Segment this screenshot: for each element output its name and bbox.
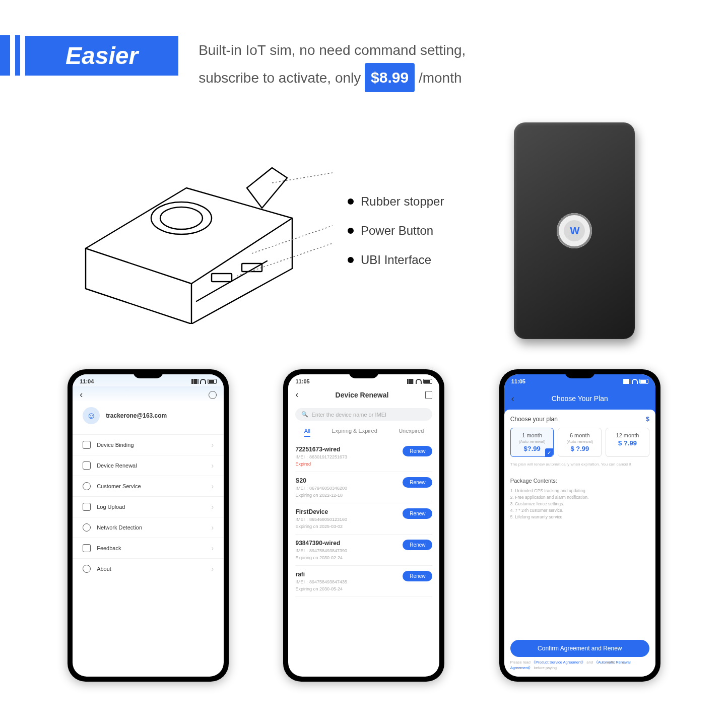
screen-header: ‹ Device Renewal	[288, 386, 439, 405]
phone-notch	[133, 369, 163, 378]
currency-toggle[interactable]: $	[646, 416, 649, 423]
menu-log-upload[interactable]: Log Upload›	[73, 496, 224, 517]
diagram-section: Rubber stopper Power Button UBI Interfac…	[0, 107, 728, 349]
plan-option-6month[interactable]: 6 month (Auto-renewal) $ ?.99	[558, 428, 602, 457]
callout-list: Rubber stopper Power Button UBI Interfac…	[348, 179, 479, 282]
menu-about[interactable]: About›	[73, 558, 224, 579]
accent-stripe	[15, 35, 20, 76]
package-item: 5. Lifelong warranty service.	[510, 514, 649, 519]
menu-network-detection[interactable]: Network Detection›	[73, 517, 224, 538]
price-badge: $8.99	[365, 63, 415, 92]
gear-icon[interactable]	[209, 391, 217, 399]
chevron-right-icon: ›	[211, 523, 214, 532]
renewal-note: The plan will renew automatically when e…	[510, 462, 649, 467]
svg-line-6	[237, 243, 333, 276]
avatar-icon: ☺	[83, 407, 100, 424]
agreement-text: Please read 《Product Service Agreement》 …	[510, 660, 649, 671]
search-icon: 🔍	[301, 411, 308, 418]
back-icon[interactable]: ‹	[511, 393, 514, 404]
service-agreement-link[interactable]: 《Product Service Agreement》	[532, 660, 585, 665]
info-icon	[83, 565, 91, 573]
signal-icon	[191, 379, 198, 384]
device-row: rafiIMEI：894758493847435Expiring on 2030…	[295, 566, 432, 597]
plan-option-12month[interactable]: 12 month $ ?.99	[606, 428, 649, 457]
status-time: 11:05	[511, 378, 525, 384]
wifi-icon	[416, 379, 422, 384]
svg-rect-3	[242, 263, 262, 272]
chevron-right-icon: ›	[211, 441, 214, 449]
renew-button[interactable]: Renew	[403, 477, 432, 488]
device-schematic	[71, 138, 333, 324]
chevron-right-icon: ›	[211, 503, 214, 511]
package-title: Package Contents:	[510, 478, 649, 484]
profile-email: trackerone@163.com	[106, 412, 167, 419]
device-status: Expired	[295, 461, 432, 467]
screen-title: Choose Your Plan	[552, 394, 608, 403]
package-list: 1. Unlimited GPS tracking and updating.2…	[510, 487, 649, 521]
plan-option-1month[interactable]: 1 month (Auto-renewal) $?.99	[510, 428, 554, 457]
device-list: 72251673-wiredIMEI：863019172251673Expire…	[288, 441, 439, 677]
accent-stripe	[0, 35, 10, 76]
battery-icon	[208, 379, 217, 384]
menu-device-renewal[interactable]: Device Renewal›	[73, 455, 224, 476]
calendar-icon	[83, 461, 91, 470]
network-icon	[83, 523, 91, 532]
chevron-right-icon: ›	[211, 565, 214, 573]
package-item: 2. Free application and alarm notificati…	[510, 495, 649, 500]
back-icon[interactable]: ‹	[295, 389, 298, 400]
renew-button[interactable]: Renew	[403, 571, 432, 581]
back-icon[interactable]: ‹	[80, 389, 83, 400]
menu-customer-service[interactable]: Customer Service›	[73, 476, 224, 496]
plan-card: Choose your plan $ 1 month (Auto-renewal…	[504, 410, 655, 677]
chevron-right-icon: ›	[211, 482, 214, 490]
renew-button[interactable]: Renew	[403, 446, 432, 456]
feedback-icon	[83, 544, 91, 552]
device-product-photo: W	[514, 122, 635, 339]
menu-feedback[interactable]: Feedback›	[73, 538, 224, 558]
signal-icon	[623, 379, 630, 384]
search-placeholder: Enter the device name or IMEI	[311, 412, 386, 418]
chevron-right-icon: ›	[211, 461, 214, 470]
wifi-icon	[200, 379, 206, 384]
device-row: 72251673-wiredIMEI：863019172251673Expire…	[295, 441, 432, 472]
status-icons	[623, 378, 648, 384]
package-item: 4. 7 * 24h customer service.	[510, 508, 649, 513]
device-row: 93847390-wiredIMEI：894758493847390Expiri…	[295, 535, 432, 566]
search-input[interactable]: 🔍 Enter the device name or IMEI	[295, 408, 432, 421]
headset-icon	[83, 482, 91, 490]
svg-point-1	[160, 207, 203, 229]
device-logo: W	[570, 225, 579, 237]
menu-device-binding[interactable]: Device Binding›	[73, 434, 224, 455]
confirm-button[interactable]: Confirm Agreement and Renew	[510, 640, 649, 657]
desc-line-1: Built-in IoT sim, no need command settin…	[198, 38, 466, 63]
device-status: Expiring on 2030-02-24	[295, 555, 432, 560]
tab-unexpired[interactable]: Unexpired	[399, 428, 424, 437]
plan-head: Choose your plan $	[510, 416, 649, 423]
renew-button[interactable]: Renew	[403, 508, 432, 519]
svg-rect-2	[212, 274, 232, 282]
phone-plan-screen: 11:05 ‹ Choose Your Plan Choose your pla…	[499, 369, 660, 682]
tab-expiring[interactable]: Expiring & Expired	[332, 428, 377, 437]
app-screenshots: 11:04 ‹ ☺ trackerone@163.com Device Bind…	[0, 349, 728, 702]
tab-all[interactable]: All	[304, 428, 310, 437]
renew-button[interactable]: Renew	[403, 540, 432, 550]
filter-tabs: All Expiring & Expired Unexpired	[288, 424, 439, 441]
status-icons	[407, 378, 432, 384]
package-item: 1. Unlimited GPS tracking and updating.	[510, 488, 649, 493]
title-block: Easier	[0, 35, 178, 76]
profile-row[interactable]: ☺ trackerone@163.com	[73, 402, 224, 434]
phone-renewal-screen: 11:05 ‹ Device Renewal 🔍 Enter the devic…	[283, 369, 444, 682]
phone-notch	[349, 369, 379, 378]
callout-power-button: Power Button	[348, 224, 479, 238]
device-status: Expiring on 2030-05-24	[295, 586, 432, 591]
header-section: Easier Built-in IoT sim, no need command…	[0, 0, 728, 107]
trash-icon[interactable]	[425, 391, 432, 399]
battery-icon	[423, 379, 432, 384]
status-time: 11:05	[295, 378, 309, 384]
chevron-right-icon: ›	[211, 544, 214, 552]
upload-icon	[83, 503, 91, 511]
package-item: 3. Customize fence settings.	[510, 501, 649, 506]
link-icon	[83, 441, 91, 449]
phone-notch	[565, 369, 595, 378]
status-icons	[191, 378, 217, 384]
